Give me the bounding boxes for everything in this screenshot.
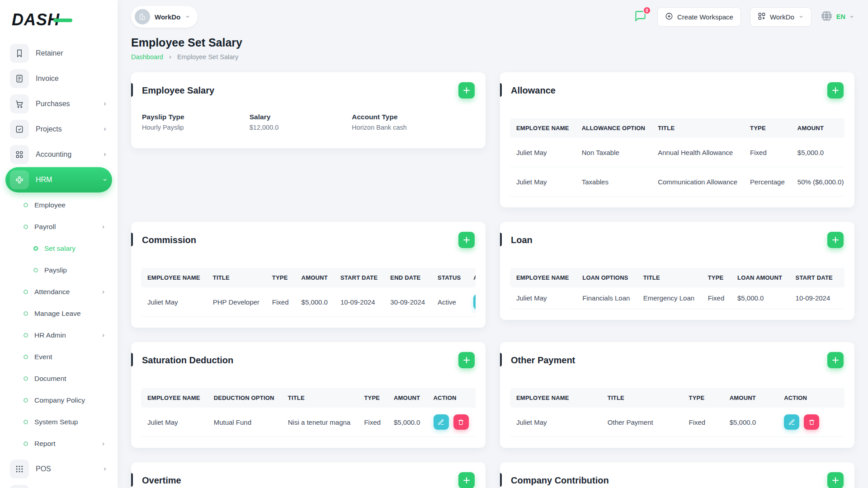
delete-button[interactable] (804, 414, 819, 430)
table-cell: $5,000.0 (387, 408, 427, 437)
create-workspace-button[interactable]: Create Workspace (657, 7, 741, 27)
saturation-deduction-table: EMPLOYEE NAME DEDUCTION OPTION TITLE TYP… (141, 388, 476, 437)
table-cell: Communication Allowance (651, 167, 744, 197)
bullet-icon (24, 290, 28, 294)
add-other-payment-button[interactable] (827, 352, 844, 368)
table-cell: Nisi a tenetur magna (282, 408, 358, 437)
bullet-icon (24, 420, 28, 424)
column-header: LOAN OPTIONS (576, 268, 637, 287)
column-header: ACTION (427, 388, 476, 408)
sidebar-item-system-setup[interactable]: System Setup (5, 411, 112, 433)
sidebar-item-label: System Setup (34, 418, 78, 426)
workspace-selector[interactable]: WorkDo (131, 6, 198, 28)
sidebar-item-label: Invoice (36, 75, 59, 83)
sidebar-item-company-policy[interactable]: Company Policy (5, 389, 112, 411)
bullet-icon (33, 246, 38, 251)
main-area: WorkDo 0 Create Workspace WorkDo (118, 0, 868, 488)
card-header: Employee Salary (131, 72, 486, 107)
sidebar-item-label: Set salary (44, 244, 75, 253)
sidebar-item-attendance[interactable]: Attendance (5, 281, 112, 303)
plus-circle-icon (665, 12, 673, 22)
add-company-contribution-button[interactable] (827, 472, 844, 488)
commission-table: EMPLOYEE NAME TITLE TYPE AMOUNT START DA… (141, 268, 476, 317)
chevron-down-icon (102, 177, 108, 183)
edit-button[interactable] (473, 294, 476, 310)
table-cell: $5,000.0 (295, 287, 334, 317)
edit-button[interactable] (434, 414, 449, 430)
column-header: EMPLOYEE NAME (510, 268, 576, 287)
grid-icon (10, 145, 29, 164)
language-selector[interactable]: EN (821, 10, 854, 23)
column-header: START DATE (334, 268, 384, 287)
card-title: Allowance (511, 85, 556, 96)
card-header: Overtime (131, 462, 486, 488)
sidebar-item-set-salary[interactable]: Set salary (5, 238, 112, 259)
column-header: END DATE (384, 268, 431, 287)
sidebar-item-document[interactable]: Document (5, 368, 112, 389)
table-row: Juliet May Financials Loan Emergency Loa… (510, 287, 844, 309)
sidebar-item-payroll[interactable]: Payroll (5, 216, 112, 238)
sidebar-item-retainer[interactable]: Retainer (5, 41, 112, 66)
hrm-icon (10, 170, 29, 189)
field-label: Salary (250, 113, 352, 121)
table-cell: Juliet May (510, 408, 601, 437)
chevron-right-icon (102, 152, 108, 157)
table-header-row: EMPLOYEE NAME TITLE TYPE AMOUNT START DA… (141, 268, 476, 287)
add-commission-button[interactable] (458, 232, 475, 248)
other-payment-card: Other Payment EMPLOYEE NAME TITLE TYPE A… (500, 342, 854, 448)
table-cell: Percentage (744, 167, 791, 197)
delete-button[interactable] (453, 414, 469, 430)
table-row: Juliet May Other Payment Fixed $5,000.0 (510, 408, 844, 437)
column-header: TITLE (207, 268, 266, 287)
sidebar-item-hrm[interactable]: HRM (5, 167, 112, 192)
field-value: $12,000.0 (250, 124, 352, 131)
sidebar-item-payslip[interactable]: Payslip (5, 259, 112, 281)
bullet-icon (33, 268, 38, 272)
apps-menu-button[interactable]: WorkDo (750, 7, 811, 27)
app-root: DASH Retainer Invoice Purchases Projects (0, 0, 868, 488)
column-header: EMPLOYEE NAME (510, 388, 601, 408)
table-cell: Juliet May (510, 167, 576, 197)
add-allowance-button[interactable] (827, 82, 844, 99)
sidebar-item-pos[interactable]: POS (5, 456, 112, 482)
sidebar-item-accounting[interactable]: Accounting (5, 142, 112, 167)
sidebar-item-purchases[interactable]: Purchases (5, 91, 112, 117)
sidebar-nav: Retainer Invoice Purchases Projects Acco… (0, 40, 118, 488)
messages-button[interactable]: 0 (632, 8, 648, 25)
table-cell: $5,000.0 (731, 287, 789, 309)
sidebar-item-label: Payslip (44, 266, 67, 274)
sidebar-item-employee[interactable]: Employee (5, 194, 112, 216)
card-header: Company Contribution (500, 462, 854, 488)
add-overtime-button[interactable] (458, 472, 475, 488)
bullet-icon (24, 333, 28, 338)
add-saturation-deduction-button[interactable] (458, 352, 475, 368)
sidebar-item-crm[interactable]: CRM (5, 482, 112, 488)
table-cell: Juliet May (510, 287, 576, 309)
sidebar-item-report[interactable]: Report (5, 433, 112, 455)
table-row: Juliet May Taxables Communication Allowa… (510, 167, 844, 197)
workspace-avatar-icon (135, 9, 150, 24)
column-header: TYPE (744, 118, 791, 138)
bullet-icon (24, 441, 28, 446)
sidebar-item-invoice[interactable]: Invoice (5, 66, 112, 91)
topbar-actions: 0 Create Workspace WorkDo EN (632, 7, 854, 27)
edit-button[interactable] (784, 414, 799, 430)
breadcrumb-dashboard-link[interactable]: Dashboard (131, 53, 163, 61)
sidebar-item-event[interactable]: Event (5, 346, 112, 368)
salary-field: Salary $12,000.0 (250, 113, 352, 131)
salary-field: Account Type Horizon Bank cash (352, 113, 475, 131)
sidebar-item-projects[interactable]: Projects (5, 117, 112, 142)
page-title: Employee Set Salary (131, 36, 854, 49)
brand-logo[interactable]: DASH (0, 0, 118, 40)
chevron-down-icon (798, 14, 804, 19)
table-cell: 30-09-2024 (384, 287, 431, 317)
action-cell (467, 287, 476, 317)
add-employee-salary-button[interactable] (458, 82, 475, 99)
sidebar-item-hr-admin[interactable]: HR Admin (5, 324, 112, 346)
column-header: TYPE (266, 268, 295, 287)
add-loan-button[interactable] (827, 232, 844, 248)
sidebar-item-manage-leave[interactable]: Manage Leave (5, 303, 112, 324)
chevron-right-icon (101, 290, 106, 295)
card-header: Commission (131, 222, 486, 256)
chevron-right-icon (101, 225, 106, 230)
